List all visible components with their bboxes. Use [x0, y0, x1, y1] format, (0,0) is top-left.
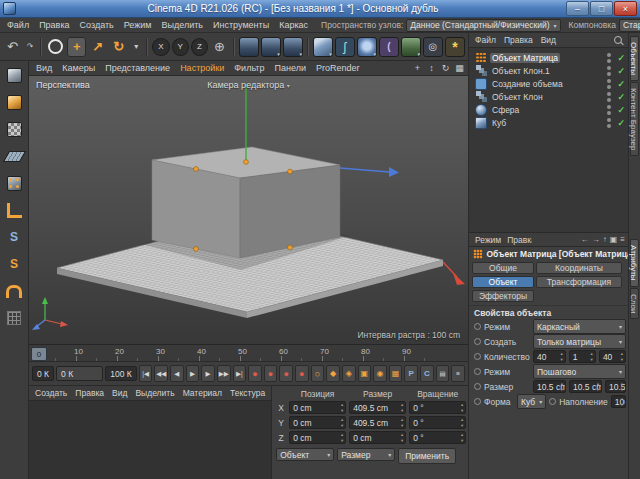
visibility-dots[interactable] — [607, 118, 611, 128]
mat-menu-texture[interactable]: Текстура — [226, 388, 269, 398]
add-environment-floor-button[interactable]: ▾ — [401, 37, 421, 57]
tab-content-browser-vertical[interactable]: Контент Браузер — [630, 82, 639, 156]
end-frame-field[interactable]: 100 К — [105, 366, 137, 381]
x-position-field[interactable]: 0 cm — [289, 401, 346, 414]
mode-dropdown[interactable]: Каркасный — [533, 319, 626, 334]
y-rotation-field[interactable]: 0 ° — [409, 416, 466, 429]
live-selection-button[interactable] — [46, 37, 65, 57]
record-keyframe-button[interactable]: ● — [248, 365, 262, 382]
cube-handle[interactable] — [288, 169, 293, 174]
viewport-rotate-icon[interactable]: ↻ — [439, 62, 452, 74]
object-row-cloner1[interactable]: Объект Клон.1 ✓ — [469, 64, 628, 77]
previous-frame-button[interactable]: ◀ — [170, 365, 184, 382]
om-menu-edit[interactable]: Правка — [500, 35, 537, 45]
fcurve-button[interactable]: ▤ — [436, 365, 450, 382]
step-mode-dropdown[interactable]: Пошагово — [533, 364, 626, 379]
count-x-field[interactable]: 40 — [533, 350, 566, 363]
dopesheet-button[interactable]: ≡ — [451, 365, 465, 382]
move-tool-button[interactable]: + — [67, 37, 86, 57]
object-row-volume-builder[interactable]: Создание объема ✓ — [469, 77, 628, 90]
render-view-button[interactable] — [239, 37, 259, 57]
mat-menu-edit[interactable]: Правка — [71, 388, 108, 398]
am-menu-edit[interactable]: Правка — [504, 235, 532, 245]
mat-menu-select[interactable]: Выделить — [131, 388, 178, 398]
cube-handle[interactable] — [244, 160, 249, 165]
coord-object-dropdown[interactable]: Объект — [276, 448, 334, 461]
previous-key-button[interactable]: ◀◀ — [154, 365, 168, 382]
record-rotation-toggle[interactable]: ● — [295, 365, 309, 382]
y-position-field[interactable]: 0 cm — [289, 416, 346, 429]
vp-menu-filter[interactable]: Фильтр — [229, 63, 269, 73]
timeline-mode-button[interactable]: ▣ — [358, 365, 372, 382]
key-interpolation-button[interactable]: ◈ — [342, 365, 356, 382]
tab-transform[interactable]: Трансформация — [536, 276, 622, 288]
object-row-cube[interactable]: Куб ✓ — [469, 116, 628, 129]
node-space-dropdown[interactable]: Данное (Стандартный/Физический) — [406, 19, 560, 32]
z-axis-line[interactable] — [340, 168, 389, 172]
keyframe-dot-icon[interactable] — [474, 383, 481, 390]
add-light-button[interactable]: * — [445, 37, 465, 57]
menu-file[interactable]: Файл — [2, 20, 34, 30]
keyframe-dot-icon[interactable] — [474, 398, 481, 405]
tab-layers-vertical[interactable]: Слои — [630, 288, 639, 319]
last-tool-flyout[interactable]: ▾ — [130, 37, 142, 57]
enabled-check-icon[interactable]: ✓ — [617, 105, 625, 115]
object-row-cloner[interactable]: Объект Клон ✓ — [469, 90, 628, 103]
vp-menu-prorender[interactable]: ProRender — [311, 63, 365, 73]
tab-objects-vertical[interactable]: Объекты — [630, 36, 639, 81]
parameter-mode-button[interactable]: P — [404, 365, 418, 382]
add-spline-pen-button[interactable]: ʃ — [335, 37, 355, 57]
menu-mode[interactable]: Режим — [119, 20, 157, 30]
cube-handle[interactable] — [288, 245, 293, 250]
workplane-mode-button[interactable] — [4, 146, 24, 166]
viewport-pan-icon[interactable]: + — [411, 62, 424, 74]
record-position-toggle[interactable]: ● — [264, 365, 278, 382]
menu-tools[interactable]: Инструменты — [208, 20, 274, 30]
mat-menu-create[interactable]: Создать — [31, 388, 71, 398]
panel-options-icon[interactable]: ≡ — [620, 235, 625, 244]
quantize-button[interactable] — [4, 308, 24, 328]
viewport-canvas[interactable] — [29, 76, 468, 344]
apply-button[interactable]: Применить — [398, 448, 456, 464]
enabled-check-icon[interactable]: ✓ — [617, 92, 625, 102]
vp-menu-options[interactable]: Настройки — [175, 63, 229, 73]
record-scale-toggle[interactable]: ● — [279, 365, 293, 382]
keyframe-selection-button[interactable]: ◆ — [326, 365, 340, 382]
add-camera-button[interactable]: ◎ — [423, 37, 443, 57]
lock-z-axis-button[interactable]: Z — [191, 38, 208, 56]
size-z-field[interactable]: 10.5 cm — [605, 380, 626, 393]
visibility-dots[interactable] — [607, 105, 611, 115]
undo-button[interactable]: ↶ — [3, 37, 22, 57]
render-to-picture-viewer-button[interactable]: ▾ — [261, 37, 281, 57]
object-row-matrix[interactable]: Объект Матрица ✓ — [469, 51, 628, 64]
size-y-field[interactable]: 10.5 cm — [569, 380, 602, 393]
z-size-field[interactable]: 0 cm — [349, 431, 406, 444]
visibility-dots[interactable] — [607, 53, 611, 63]
viewport-zoom-icon[interactable]: ↕ — [425, 62, 438, 74]
tab-basic[interactable]: Общие — [472, 262, 534, 274]
enabled-check-icon[interactable]: ✓ — [617, 118, 625, 128]
lock-x-axis-button[interactable]: X — [152, 38, 169, 56]
next-frame-button[interactable]: ▶ — [201, 365, 215, 382]
z-position-field[interactable]: 0 cm — [289, 431, 346, 444]
search-icon[interactable] — [614, 36, 622, 44]
current-frame-marker[interactable]: 0 — [31, 347, 47, 361]
enable-snap-button[interactable] — [4, 281, 24, 301]
tab-coordinates[interactable]: Координаты — [536, 262, 622, 274]
keyframe-dot-icon[interactable] — [474, 338, 481, 345]
track-display-button[interactable]: ▦ — [389, 365, 403, 382]
viewport-solo-single-button[interactable]: S — [4, 254, 24, 274]
x-rotation-field[interactable]: 0 ° — [409, 401, 466, 414]
viewport-solo-off-button[interactable]: S — [4, 227, 24, 247]
maximize-button[interactable]: □ — [590, 1, 613, 16]
scale-tool-button[interactable]: ↗ — [88, 37, 107, 57]
vp-menu-cameras[interactable]: Камеры — [57, 63, 100, 73]
object-properties-section[interactable]: Свойства объекта — [469, 306, 628, 319]
viewport-toggle-icon[interactable]: ▦ — [453, 62, 466, 74]
layout-dropdown[interactable]: Стартовая — [619, 19, 640, 32]
lock-y-axis-button[interactable]: Y — [172, 38, 189, 56]
keyframe-dot-icon[interactable] — [549, 398, 556, 405]
start-frame-field[interactable]: 0 К — [32, 366, 54, 381]
y-size-field[interactable]: 409.5 cm — [349, 416, 406, 429]
make-editable-button[interactable] — [4, 65, 24, 85]
